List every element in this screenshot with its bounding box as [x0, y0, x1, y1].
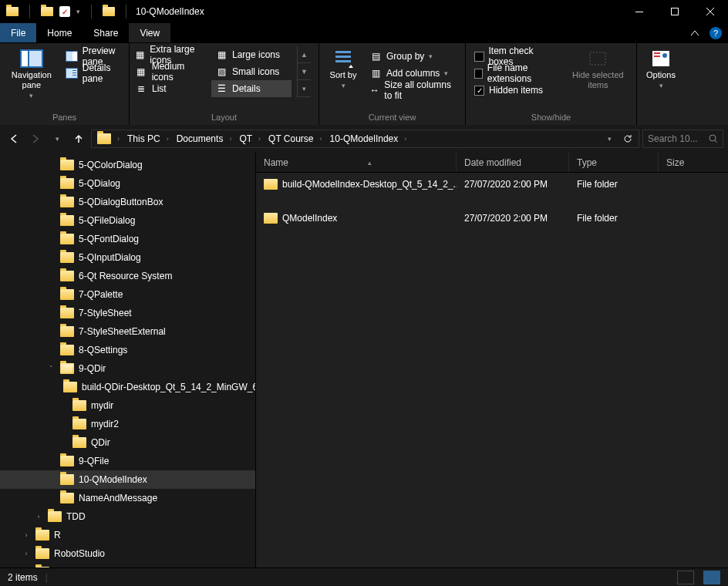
tree-item-label: SOLIDWORKS Downloads [54, 567, 165, 567]
expand-icon[interactable]: › [34, 513, 43, 520]
tab-home[interactable]: Home [36, 23, 83, 42]
tree-item-label: 5-QDialog [79, 178, 120, 189]
tree-item[interactable]: ›R [0, 526, 255, 544]
close-button[interactable] [693, 0, 728, 23]
tree-item[interactable]: ˅9-QDir [0, 359, 255, 378]
file-list[interactable]: build-QModelIndex-Desktop_Qt_5_14_2_...2… [256, 173, 728, 567]
svg-rect-1 [672, 8, 679, 15]
tree-item[interactable]: ›TDD [0, 507, 255, 526]
tree-item[interactable]: 5-QColorDialog [0, 156, 255, 174]
tab-share[interactable]: Share [83, 23, 129, 42]
file-name-extensions-toggle[interactable]: File name extensions [470, 65, 561, 82]
minimize-button[interactable] [622, 0, 657, 23]
qat-dropdown-icon[interactable]: ▾ [76, 8, 80, 15]
column-name[interactable]: Name▴ [256, 153, 457, 172]
tree-item[interactable]: 7-StyleSheetExternal [0, 322, 255, 341]
breadcrumb-segment[interactable]: QT Course› [265, 133, 325, 144]
tree-item[interactable]: 10-QModelIndex [0, 470, 255, 489]
tree-item[interactable]: ›RobotStudio [0, 544, 255, 563]
tree-item[interactable]: 7-QPalette [0, 285, 255, 304]
folder-icon [60, 308, 74, 318]
hide-selected-items-button[interactable]: Hide selected items [565, 46, 632, 90]
tree-item[interactable]: 5-QInputDialog [0, 248, 255, 267]
sort-by-button[interactable]: Sort by ▾ [324, 46, 362, 89]
hidden-items-toggle[interactable]: Hidden items [470, 82, 561, 99]
navigation-pane-button[interactable]: Navigation pane ▾ [5, 46, 59, 99]
breadcrumb-segment[interactable]: This PC› [123, 133, 173, 144]
expand-icon[interactable]: › [22, 550, 31, 557]
chevron-right-icon: › [167, 135, 169, 143]
layout-small-icons[interactable]: ▨Small icons [211, 63, 292, 80]
tree-item-label: 6-Qt Resource System [79, 271, 172, 281]
folder-icon [60, 160, 74, 170]
help-button[interactable]: ? [709, 27, 722, 39]
folder-icon [60, 234, 74, 244]
tree-item[interactable]: 5-QFileDialog [0, 211, 255, 230]
add-columns-icon: ▥ [369, 68, 382, 79]
hide-selected-label: Hide selected items [568, 70, 629, 90]
breadcrumb[interactable]: › This PC›Documents›QT›QT Course›10-QMod… [91, 130, 639, 148]
size-all-columns-button[interactable]: ↔Size all columns to fit [366, 82, 460, 99]
details-pane-button[interactable]: Details pane [62, 65, 124, 82]
column-type[interactable]: Type [569, 153, 659, 172]
tree-item[interactable]: NameAndMessage [0, 489, 255, 507]
column-size[interactable]: Size [659, 153, 728, 172]
file-row[interactable]: build-QModelIndex-Desktop_Qt_5_14_2_...2… [256, 176, 728, 193]
file-row[interactable]: QModelIndex27/07/2020 2:00 PMFile folder [256, 210, 728, 227]
back-button[interactable] [5, 130, 23, 148]
options-button[interactable]: Options ▾ [642, 46, 680, 89]
ribbon-group-showhide-label: Show/hide [466, 113, 636, 125]
search-input[interactable]: Search 10... [642, 130, 723, 148]
tree-item[interactable]: 7-StyleSheet [0, 304, 255, 322]
chevron-down-icon: ▾ [659, 82, 663, 89]
layout-large-icons[interactable]: ▦Large icons [211, 46, 292, 63]
ribbon-collapse-button[interactable] [683, 23, 706, 42]
svg-rect-7 [72, 52, 77, 61]
tree-item-label: RobotStudio [54, 548, 105, 559]
tree-item[interactable]: 9-QFile [0, 452, 255, 470]
column-date[interactable]: Date modified [457, 153, 569, 172]
maximize-button[interactable] [657, 0, 693, 23]
layout-medium-icons[interactable]: ▦Medium icons [131, 63, 211, 80]
up-button[interactable] [69, 130, 88, 148]
layout-expand[interactable]: ▾ [298, 80, 311, 97]
breadcrumb-segment[interactable]: Documents› [173, 133, 236, 144]
expand-icon[interactable]: › [22, 531, 31, 539]
tree-item[interactable]: ›SOLIDWORKS Downloads [0, 563, 255, 567]
breadcrumb-dropdown[interactable]: ▾ [600, 130, 618, 148]
breadcrumb-segment[interactable]: QT› [235, 133, 265, 144]
refresh-button[interactable] [618, 130, 637, 148]
navigation-tree[interactable]: 5-QColorDialog5-QDialog5-QDialogButtonBo… [0, 153, 256, 567]
tree-item[interactable]: build-QDir-Desktop_Qt_5_14_2_MinGW_64 [0, 378, 255, 396]
recent-locations-button[interactable]: ▾ [48, 130, 66, 148]
tree-item[interactable]: mydir [0, 396, 255, 415]
tree-item[interactable]: 5-QFontDialog [0, 230, 255, 248]
tab-file[interactable]: File [0, 23, 36, 42]
qat-properties-icon[interactable]: ✓ [59, 6, 70, 17]
layout-scroll-up[interactable]: ▲ [298, 46, 311, 63]
layout-gallery[interactable]: ▦Extra large icons ▦Large icons ▦Medium … [131, 46, 292, 97]
group-by-button[interactable]: ▤Group by▾ [366, 48, 460, 65]
breadcrumb-segment[interactable]: 10-QModelIndex› [326, 133, 411, 144]
ribbon: Navigation pane ▾ Preview pane Details p… [0, 43, 728, 125]
tree-item[interactable]: 6-Qt Resource System [0, 267, 255, 285]
view-large-icons-button[interactable] [703, 571, 720, 584]
tree-item[interactable]: 8-QSettings [0, 341, 255, 359]
tab-view[interactable]: View [129, 23, 170, 42]
layout-list[interactable]: ≣List [131, 80, 211, 97]
ribbon-group-currentview-label: Current view [319, 113, 465, 125]
forward-button[interactable] [26, 130, 45, 148]
breadcrumb-root[interactable]: › [93, 130, 123, 147]
sort-by-icon [331, 49, 356, 69]
ribbon-group-panes-label: Panes [0, 113, 129, 125]
layout-details[interactable]: ☰Details [211, 80, 292, 97]
tree-item[interactable]: QDir [0, 433, 255, 452]
tree-item[interactable]: 5-QDialogButtonBox [0, 193, 255, 211]
tree-item[interactable]: 5-QDialog [0, 174, 255, 193]
qat-folder-icon[interactable] [41, 7, 53, 16]
expand-icon[interactable]: ˅ [46, 365, 56, 372]
tree-item[interactable]: mydir2 [0, 415, 255, 433]
details-pane-icon [66, 68, 78, 79]
layout-scroll-down[interactable]: ▼ [298, 63, 311, 80]
view-details-button[interactable] [677, 571, 694, 584]
